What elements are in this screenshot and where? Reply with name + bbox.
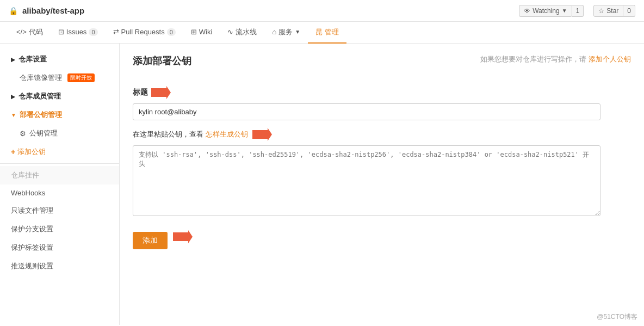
sidebar-repo-mirror-label: 仓库镜像管理	[20, 73, 62, 83]
hint-link[interactable]: 添加个人公钥	[589, 55, 631, 63]
sidebar-item-repo-members[interactable]: ▶ 仓库成员管理	[0, 87, 119, 106]
chevron-down-icon: ▼	[562, 8, 567, 14]
watch-count: 1	[572, 5, 584, 17]
tab-pipeline-label: 流水线	[236, 27, 257, 37]
sidebar-item-key-manage[interactable]: ⚙ 公钥管理	[0, 124, 119, 143]
pulls-icon: ⇄	[113, 28, 119, 36]
issues-badge: 0	[89, 28, 97, 36]
sidebar-item-deploy-key[interactable]: ▼ 部署公钥管理	[0, 106, 119, 124]
hint-prefix: 如果您想要对仓库进行写操作，请	[480, 55, 586, 63]
mirror-badge: 限时开放	[67, 73, 95, 82]
gear-icon: ⚙	[20, 130, 26, 138]
header-left: 🔒 alibaby/test-app	[9, 6, 84, 15]
paste-hint: 在这里粘贴公钥，查看 怎样生成公钥	[133, 128, 631, 141]
paste-link[interactable]: 怎样生成公钥	[206, 130, 248, 139]
code-icon: </>	[16, 28, 27, 36]
tab-issues-label: Issues	[66, 28, 87, 36]
star-count: 0	[623, 5, 635, 17]
svg-marker-2	[173, 230, 193, 243]
chevron-right-icon-members: ▶	[11, 94, 15, 100]
manage-icon: 昆	[315, 27, 323, 37]
hint-text: 如果您想要对仓库进行写操作，请 添加个人公钥	[480, 54, 631, 64]
tab-manage-label: 管理	[325, 27, 339, 37]
sidebar-item-protect-branch[interactable]: 保护分支设置	[0, 220, 119, 238]
tab-wiki[interactable]: ⊞ Wiki	[183, 22, 220, 44]
nav-tabs: </> 代码 ⊡ Issues 0 ⇄ Pull Requests 0 ⊞ Wi…	[0, 22, 644, 44]
sidebar-webhooks-label: WebHooks	[11, 189, 45, 197]
sidebar-item-webhooks[interactable]: WebHooks	[0, 184, 119, 201]
sidebar-push-rules-label: 推送规则设置	[11, 261, 53, 271]
services-dropdown-icon: ▼	[295, 29, 300, 35]
wiki-icon: ⊞	[191, 28, 197, 36]
submit-button[interactable]: 添加	[133, 232, 168, 249]
svg-marker-0	[151, 86, 171, 99]
red-arrow-title	[151, 86, 171, 99]
sidebar-readonly-files-label: 只读文件管理	[11, 206, 53, 216]
pulls-badge: 0	[167, 28, 176, 36]
sidebar-item-repo-settings[interactable]: ▶ 仓库设置	[0, 50, 119, 69]
sidebar-protect-tag-label: 保护标签设置	[11, 243, 53, 253]
sidebar-repo-settings-label: 仓库设置	[18, 54, 47, 64]
footer-note: @51CTO博客	[597, 312, 637, 322]
sidebar-key-manage-label: 公钥管理	[29, 128, 58, 138]
sidebar-item-repo-mirror[interactable]: 仓库镜像管理 限时开放	[0, 69, 119, 87]
tab-pipeline[interactable]: ∿ 流水线	[220, 22, 264, 44]
main-content: 添加部署公钥 如果您想要对仓库进行写操作，请 添加个人公钥 标题 在这里粘贴公钥…	[120, 44, 644, 325]
form-label-title: 标题	[133, 86, 631, 99]
tab-manage[interactable]: 昆 管理	[308, 22, 346, 44]
page-title: 添加部署公钥	[133, 54, 191, 67]
sidebar-item-add-key[interactable]: + 添加公钥	[0, 143, 119, 161]
repo-title: alibaby/test-app	[22, 6, 84, 15]
tab-wiki-label: Wiki	[199, 28, 213, 36]
header-right: 👁 Watching ▼ 1 ☆ Star 0	[519, 5, 635, 17]
chevron-right-icon: ▶	[11, 57, 15, 63]
issues-icon: ⊡	[58, 28, 64, 36]
red-arrow-paste	[252, 128, 272, 141]
sidebar-item-readonly-files[interactable]: 只读文件管理	[0, 201, 119, 220]
tab-services-label: 服务	[278, 27, 293, 37]
tab-code[interactable]: </> 代码	[9, 22, 51, 44]
watch-button[interactable]: 👁 Watching ▼	[519, 5, 572, 17]
svg-marker-1	[252, 128, 272, 141]
watch-label: Watching	[532, 7, 560, 15]
title-label-text: 标题	[133, 88, 148, 97]
tab-issues[interactable]: ⊡ Issues 0	[51, 22, 106, 44]
tab-pulls-label: Pull Requests	[121, 28, 165, 36]
red-arrow-submit	[173, 230, 193, 243]
paste-hint-text: 在这里粘贴公钥，查看	[133, 130, 203, 139]
sidebar-repo-members-label: 仓库成员管理	[18, 91, 61, 101]
form-section-title: 标题	[133, 86, 631, 120]
chevron-down-icon-deploy: ▼	[11, 112, 16, 118]
lock-icon: 🔒	[9, 7, 18, 15]
key-textarea[interactable]	[133, 145, 600, 216]
sidebar-add-key-label: 添加公钥	[17, 147, 46, 157]
sidebar-item-push-rules[interactable]: 推送规则设置	[0, 257, 119, 275]
plus-icon: +	[11, 147, 15, 156]
pipeline-icon: ∿	[227, 28, 233, 36]
star-icon: ☆	[598, 7, 604, 15]
page-layout: ▶ 仓库设置 仓库镜像管理 限时开放 ▶ 仓库成员管理 ▼ 部署公钥管理 ⚙ 公…	[0, 44, 644, 325]
star-button[interactable]: ☆ Star	[593, 5, 623, 17]
title-input[interactable]	[133, 103, 600, 120]
sidebar-divider	[0, 163, 119, 164]
sidebar-repo-hooks-label: 仓库挂件	[11, 170, 39, 180]
star-label: Star	[606, 7, 618, 15]
tab-services[interactable]: ⌂ 服务 ▼	[264, 22, 308, 44]
services-icon: ⌂	[272, 28, 276, 36]
eye-icon: 👁	[524, 7, 530, 15]
sidebar-item-protect-tag[interactable]: 保护标签设置	[0, 238, 119, 257]
tab-pulls[interactable]: ⇄ Pull Requests 0	[106, 22, 183, 44]
sidebar: ▶ 仓库设置 仓库镜像管理 限时开放 ▶ 仓库成员管理 ▼ 部署公钥管理 ⚙ 公…	[0, 44, 120, 325]
header: 🔒 alibaby/test-app 👁 Watching ▼ 1 ☆ Star…	[0, 0, 644, 22]
tab-code-label: 代码	[29, 27, 43, 37]
sidebar-deploy-key-label: 部署公钥管理	[20, 110, 62, 120]
sidebar-protect-branch-label: 保护分支设置	[11, 224, 53, 234]
sidebar-item-repo-hooks: 仓库挂件	[0, 166, 119, 184]
